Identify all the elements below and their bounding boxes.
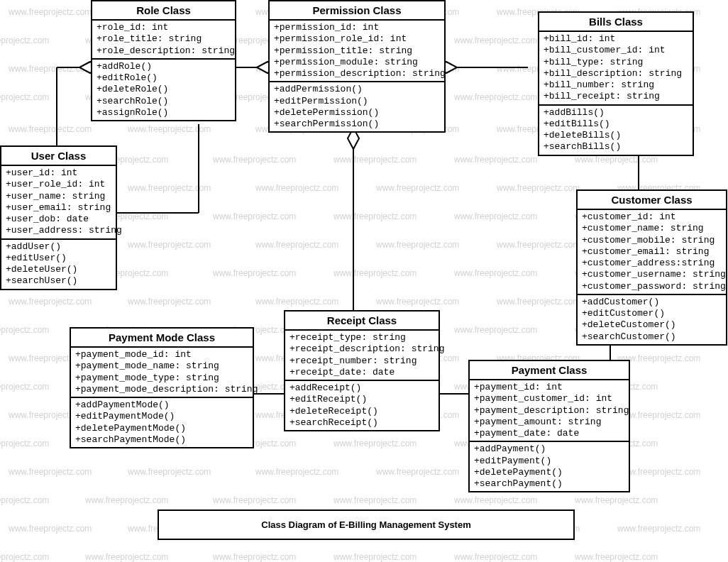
attr-section: +permission_id: int+permission_role_id: …: [270, 21, 444, 82]
uml-class-bills: Bills Class +bill_id: int+bill_customer_…: [538, 11, 694, 156]
class-member: +searchPermission(): [274, 119, 440, 130]
ops-section: +addReceipt()+editReceipt()+deleteReceip…: [285, 381, 439, 430]
class-member: +editUser(): [6, 253, 111, 264]
uml-class-permission: Permission Class +permission_id: int+per…: [268, 0, 446, 133]
class-member: +searchPaymentMode(): [75, 434, 248, 446]
class-member: +receipt_date: date: [289, 367, 434, 378]
class-member: +bill_number: string: [544, 79, 688, 91]
class-member: +deleteBills(): [544, 130, 688, 141]
class-member: +addPermission(): [274, 84, 440, 95]
class-member: +addPaymentMode(): [75, 400, 248, 411]
class-member: +addCustomer(): [582, 297, 722, 308]
class-member: +bill_customer_id: int: [544, 45, 688, 56]
class-member: +customer_username: string: [582, 269, 722, 280]
class-member: +deletePaymentMode(): [75, 423, 248, 434]
class-member: +payment_mode_id: int: [75, 349, 248, 360]
class-member: +bill_type: string: [544, 57, 688, 68]
class-title: Receipt Class: [285, 312, 439, 331]
class-member: +user_name: string: [6, 191, 111, 202]
class-member: +payment_mode_description: string: [75, 384, 248, 395]
class-member: +bill_receipt: string: [544, 91, 688, 102]
class-member: +payment_description: string: [474, 405, 624, 417]
ops-section: +addPermission()+editPermission()+delete…: [270, 82, 444, 131]
class-member: +user_email: string: [6, 202, 111, 214]
class-member: +deleteUser(): [6, 264, 111, 275]
class-member: +payment_date: date: [474, 428, 624, 439]
class-title: Bills Class: [539, 13, 693, 32]
class-member: +bill_description: string: [544, 68, 688, 79]
class-member: +payment_mode_type: string: [75, 373, 248, 384]
diagram-title: Class Diagram of E-Billing Management Sy…: [158, 509, 575, 540]
class-member: +searchCustomer(): [582, 331, 722, 343]
class-member: +receipt_description: string: [289, 343, 434, 355]
class-member: +addBills(): [544, 107, 688, 119]
class-member: +user_id: int: [6, 167, 111, 179]
class-member: +editPaymentMode(): [75, 411, 248, 422]
class-member: +searchPayment(): [474, 478, 624, 490]
class-member: +user_role_id: int: [6, 179, 111, 190]
attr-section: +receipt_type: string+receipt_descriptio…: [285, 331, 439, 381]
class-member: +payment_mode_name: string: [75, 360, 248, 372]
class-member: +customer_address:string: [582, 258, 722, 269]
uml-class-role: Role Class +role_id: int+role_title: str…: [91, 0, 236, 121]
class-member: +searchUser(): [6, 275, 111, 287]
class-member: +permission_module: string: [274, 57, 440, 68]
uml-class-user: User Class +user_id: int+user_role_id: i…: [0, 145, 117, 290]
attr-section: +customer_id: int+customer_name: string+…: [578, 210, 726, 295]
uml-class-payment: Payment Class +payment_id: int+payment_c…: [468, 360, 630, 492]
class-member: +addPayment(): [474, 443, 624, 455]
class-member: +customer_mobile: string: [582, 235, 722, 246]
class-member: +receipt_type: string: [289, 332, 434, 343]
class-member: +customer_password: string: [582, 281, 722, 292]
attr-section: +payment_mode_id: int+payment_mode_name:…: [71, 348, 253, 398]
class-member: +editBills(): [544, 119, 688, 130]
class-member: +permission_title: string: [274, 45, 440, 57]
class-member: +payment_id: int: [474, 382, 624, 393]
class-member: +deleteCustomer(): [582, 319, 722, 331]
ops-section: +addCustomer()+editCustomer()+deleteCust…: [578, 295, 726, 344]
class-member: +permission_id: int: [274, 22, 440, 33]
class-member: +customer_id: int: [582, 211, 722, 223]
class-member: +payment_customer_id: int: [474, 393, 624, 404]
class-member: +addRole(): [96, 61, 231, 72]
class-member: +editCustomer(): [582, 308, 722, 319]
class-member: +deletePayment(): [474, 467, 624, 478]
class-title: Payment Class: [470, 361, 629, 380]
class-title: Customer Class: [578, 191, 726, 210]
ops-section: +addBills()+editBills()+deleteBills()+se…: [539, 106, 693, 155]
class-title: Permission Class: [270, 1, 444, 21]
class-member: +addUser(): [6, 241, 111, 253]
class-member: +receipt_number: string: [289, 356, 434, 367]
class-title: Role Class: [92, 1, 235, 21]
class-member: +editRole(): [96, 72, 231, 84]
class-member: +editReceipt(): [289, 394, 434, 405]
class-member: +user_dob: date: [6, 214, 111, 225]
class-member: +role_description: string: [96, 45, 231, 57]
class-member: +deleteReceipt(): [289, 406, 434, 417]
uml-class-receipt: Receipt Class +receipt_type: string+rece…: [284, 310, 440, 431]
attr-section: +role_id: int+role_title: string+role_de…: [92, 21, 235, 60]
class-member: +assignRole(): [96, 107, 231, 119]
class-member: +permission_description: string: [274, 68, 440, 79]
class-member: +bill_id: int: [544, 33, 688, 45]
class-title: User Class: [1, 147, 116, 166]
uml-class-paymentmode: Payment Mode Class +payment_mode_id: int…: [70, 327, 254, 448]
class-member: +user_address: string: [6, 225, 111, 236]
class-member: +role_id: int: [96, 22, 231, 33]
ops-section: +addPayment()+editPayment()+deletePaymen…: [470, 442, 629, 491]
ops-section: +addUser()+editUser()+deleteUser()+searc…: [1, 240, 116, 289]
class-member: +role_title: string: [96, 33, 231, 45]
class-member: +permission_role_id: int: [274, 33, 440, 45]
attr-section: +bill_id: int+bill_customer_id: int+bill…: [539, 32, 693, 106]
class-member: +deleteRole(): [96, 84, 231, 95]
class-member: +deletePermission(): [274, 107, 440, 119]
class-member: +searchRole(): [96, 96, 231, 107]
class-member: +addReceipt(): [289, 382, 434, 394]
class-member: +editPermission(): [274, 96, 440, 107]
ops-section: +addPaymentMode()+editPaymentMode()+dele…: [71, 398, 253, 447]
ops-section: +addRole()+editRole()+deleteRole()+searc…: [92, 60, 235, 120]
class-member: +searchReceipt(): [289, 417, 434, 429]
class-member: +customer_email: string: [582, 246, 722, 258]
class-title: Payment Mode Class: [71, 329, 253, 348]
class-member: +editPayment(): [474, 456, 624, 467]
